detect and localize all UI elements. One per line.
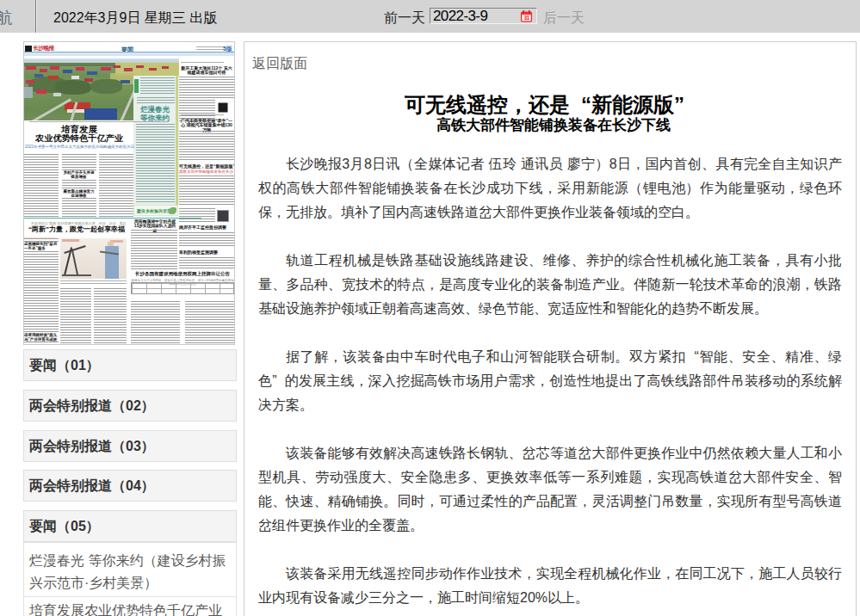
- svg-text:31: 31: [523, 15, 529, 21]
